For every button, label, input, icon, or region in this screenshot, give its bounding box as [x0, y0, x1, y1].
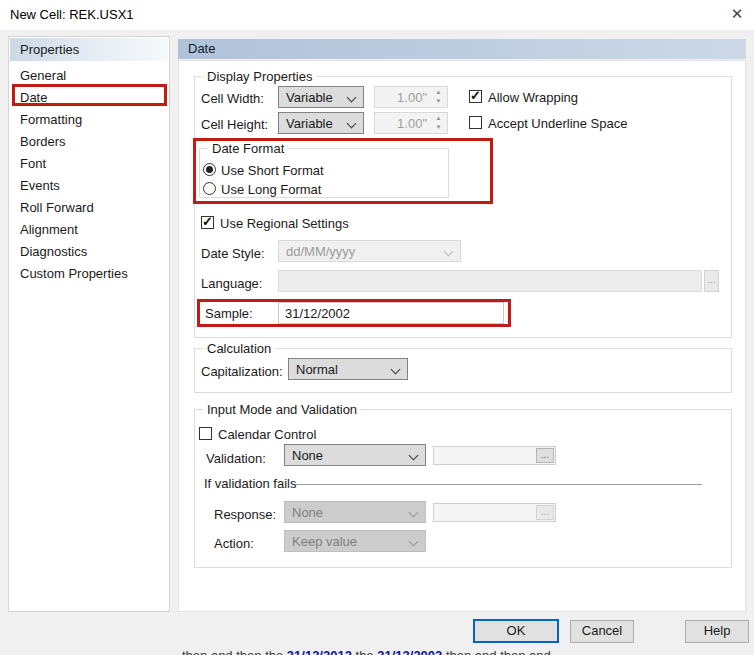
clipped-text: the — [356, 648, 374, 655]
sidebar-item-events[interactable]: Events — [10, 175, 168, 197]
use-short-format-radio[interactable] — [203, 163, 216, 176]
sample-value: 31/12/2002 — [285, 306, 350, 321]
chevron-down-icon — [391, 365, 401, 375]
close-icon[interactable]: ✕ — [727, 4, 747, 24]
response-label: Response: — [214, 508, 276, 522]
chevron-down-icon — [409, 537, 419, 547]
response-select: None — [284, 501, 426, 523]
spinner-up-down-icon — [432, 114, 445, 132]
sidebar-item-roll-forward[interactable]: Roll Forward — [10, 197, 168, 219]
accept-underline-checkbox[interactable] — [469, 116, 482, 129]
capitalization-value: Normal — [296, 362, 338, 377]
sidebar-header: Properties — [10, 38, 168, 61]
clipped-link: 31/12/2002 — [377, 648, 442, 655]
divider — [296, 484, 702, 485]
action-value: Keep value — [292, 534, 357, 549]
ok-button-label: OK — [507, 621, 526, 640]
ok-button[interactable]: OK — [473, 619, 559, 643]
language-label: Language: — [201, 277, 262, 291]
help-button[interactable]: Help — [685, 620, 749, 643]
cancel-button[interactable]: Cancel — [570, 620, 634, 643]
chevron-down-icon — [444, 247, 454, 257]
capitalization-select[interactable]: Normal — [288, 358, 408, 380]
cell-width-size-value: 1.00" — [397, 90, 427, 105]
cell-height-label: Cell Height: — [201, 118, 268, 132]
use-short-format-label: Use Short Format — [221, 164, 324, 178]
language-field — [278, 270, 702, 292]
cell-height-size-stepper: 1.00" — [374, 112, 448, 134]
page-title: Date — [178, 39, 746, 59]
response-browse-button: ... — [536, 505, 554, 520]
allow-wrapping-checkbox[interactable] — [469, 90, 482, 103]
validation-select[interactable]: None — [284, 444, 426, 466]
ellipsis-icon: ... — [707, 274, 715, 285]
use-regional-settings-checkbox[interactable] — [201, 216, 214, 229]
calendar-control-label: Calendar Control — [218, 428, 316, 442]
chevron-down-icon — [409, 451, 419, 461]
clipped-link: 31/12/2012 — [287, 648, 352, 655]
validation-browse-button[interactable]: ... — [536, 448, 554, 463]
new-cell-dialog: New Cell: REK.USX1 ✕ Properties General … — [0, 0, 754, 655]
display-properties-group: Display Properties — [194, 76, 732, 338]
use-long-format-label: Use Long Format — [221, 183, 321, 197]
cell-width-label: Cell Width: — [201, 92, 264, 106]
sample-label: Sample: — [205, 307, 253, 321]
ellipsis-icon: ... — [541, 449, 549, 460]
allow-wrapping-label: Allow Wrapping — [488, 91, 578, 105]
date-style-label: Date Style: — [201, 247, 265, 261]
validation-label: Validation: — [206, 452, 266, 466]
sidebar-item-font[interactable]: Font — [10, 153, 168, 175]
sidebar-item-diagnostics[interactable]: Diagnostics — [10, 241, 168, 263]
help-button-label: Help — [704, 621, 731, 640]
sample-field[interactable]: 31/12/2002 — [278, 302, 504, 324]
sidebar-item-alignment[interactable]: Alignment — [10, 219, 168, 241]
title-bar: New Cell: REK.USX1 ✕ — [0, 0, 754, 30]
clipped-text: then and then the — [182, 648, 283, 655]
if-validation-fails-label: If validation fails — [204, 477, 297, 491]
accept-underline-label: Accept Underline Space — [488, 117, 627, 131]
properties-sidebar: Properties General Date Formatting Borde… — [8, 36, 170, 612]
date-style-value: dd/MM/yyyy — [286, 244, 355, 259]
chevron-down-icon — [347, 119, 357, 129]
action-label: Action: — [214, 537, 254, 551]
input-mode-legend: Input Mode and Validation — [203, 402, 361, 417]
action-select: Keep value — [284, 530, 426, 552]
sidebar-item-borders[interactable]: Borders — [10, 131, 168, 153]
calculation-legend: Calculation — [203, 341, 275, 356]
date-page: Display Properties Cell Width: Variable … — [178, 60, 746, 612]
calendar-control-checkbox[interactable] — [199, 427, 212, 440]
chevron-down-icon — [347, 93, 357, 103]
window-title: New Cell: REK.USX1 — [10, 7, 134, 22]
cell-height-select[interactable]: Variable — [278, 112, 364, 134]
sidebar-item-date[interactable]: Date — [10, 87, 168, 109]
cell-height-size-value: 1.00" — [397, 116, 427, 131]
date-style-select: dd/MM/yyyy — [278, 240, 461, 262]
use-long-format-radio[interactable] — [203, 182, 216, 195]
clipped-background-text: then and then the 31/12/2012 the 31/12/2… — [182, 648, 742, 655]
clipped-text: then and then and — [446, 648, 551, 655]
sidebar-item-formatting[interactable]: Formatting — [10, 109, 168, 131]
capitalization-label: Capitalization: — [201, 365, 283, 379]
validation-value: None — [292, 448, 323, 463]
display-properties-legend: Display Properties — [203, 69, 317, 84]
use-regional-settings-label: Use Regional Settings — [220, 217, 349, 231]
cancel-button-label: Cancel — [582, 621, 622, 640]
response-value: None — [292, 505, 323, 520]
cell-width-size-stepper: 1.00" — [374, 86, 448, 108]
spinner-up-down-icon — [432, 88, 445, 106]
date-format-legend: Date Format — [208, 141, 288, 156]
chevron-down-icon — [409, 508, 419, 518]
ellipsis-icon: ... — [541, 506, 549, 517]
language-browse-button: ... — [704, 270, 719, 292]
cell-height-value: Variable — [286, 116, 333, 131]
sidebar-item-general[interactable]: General — [10, 65, 168, 87]
cell-width-value: Variable — [286, 90, 333, 105]
sidebar-item-custom-properties[interactable]: Custom Properties — [10, 263, 168, 285]
cell-width-select[interactable]: Variable — [278, 86, 364, 108]
